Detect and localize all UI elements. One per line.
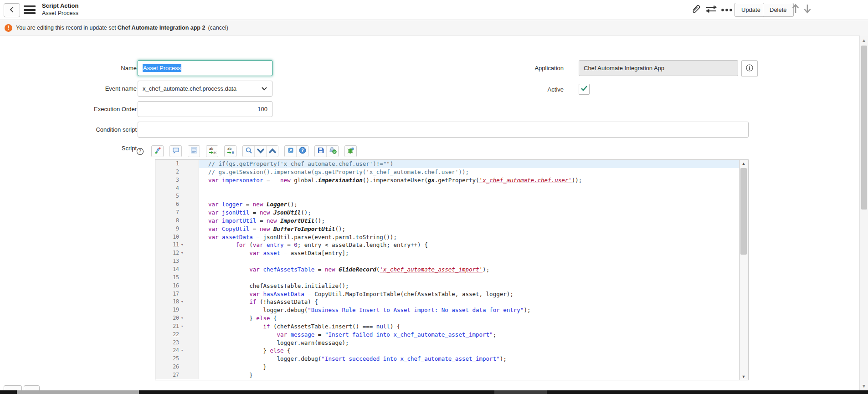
- gutter-cell[interactable]: 18▾: [155, 298, 199, 306]
- gutter-cell[interactable]: 21▾: [155, 322, 199, 331]
- code-text[interactable]: logger.debug("Business Rule Insert to As…: [199, 306, 739, 314]
- code-text[interactable]: var logger = new Logger();: [199, 200, 739, 209]
- code-text[interactable]: for (var entry = 0; entry < assetData.le…: [199, 241, 739, 249]
- gutter-cell[interactable]: 24▾: [155, 347, 199, 355]
- code-text[interactable]: } else {: [199, 347, 739, 355]
- application-info-button[interactable]: [741, 60, 758, 77]
- editor-scrollbar[interactable]: ▲ ▼: [740, 159, 749, 380]
- code-line[interactable]: 10var assetData = jsonUtil.parse(event.p…: [155, 233, 739, 241]
- script-code-editor[interactable]: 1// if(gs.getProperty('x_chef_automate.c…: [155, 159, 740, 380]
- debug-button[interactable]: [345, 146, 356, 157]
- code-text[interactable]: if (!hasAssetData) {: [199, 298, 739, 306]
- code-line[interactable]: 3var impersonator = new global.impersina…: [155, 176, 739, 184]
- condition-script-input[interactable]: [138, 122, 749, 138]
- code-text[interactable]: var assetData = jsonUtil.parse(event.par…: [199, 233, 739, 241]
- horizontal-scrollbar[interactable]: [0, 390, 868, 394]
- code-line[interactable]: 14 var chefAssetsTable = new GlideRecord…: [155, 266, 739, 274]
- editor-scrollbar-thumb[interactable]: [740, 168, 747, 255]
- code-text[interactable]: var hasAssetData = CopyUtil.MapToImportT…: [199, 290, 739, 298]
- code-text[interactable]: // gs.getSession().impersonate(gs.getPro…: [199, 168, 739, 176]
- event-name-select[interactable]: x_chef_automate.chef.process.data: [138, 81, 272, 97]
- code-text[interactable]: var message = "Insert failed into x_chef…: [199, 331, 739, 339]
- code-line[interactable]: 11▾ for (var entry = 0; entry < assetDat…: [155, 241, 739, 249]
- gutter-cell[interactable]: 26: [155, 363, 199, 371]
- code-text[interactable]: chefAssetsTable.initialize();: [199, 282, 739, 290]
- open-window-button[interactable]: [285, 146, 297, 157]
- gutter-cell[interactable]: 5: [155, 192, 199, 200]
- format-code-button[interactable]: [188, 146, 200, 157]
- code-text[interactable]: // if(gs.getProperty('x_chef_automate.ch…: [199, 160, 739, 168]
- code-text[interactable]: [199, 184, 739, 193]
- gutter-cell[interactable]: 27: [155, 371, 199, 379]
- code-line[interactable]: 25 logger.debug("Insert succeeded into x…: [155, 355, 739, 363]
- find-next-button[interactable]: [255, 146, 267, 157]
- code-line[interactable]: 8var importUtil = new ImportUtil();: [155, 217, 739, 225]
- gutter-cell[interactable]: 25: [155, 355, 199, 363]
- code-line[interactable]: 13: [155, 257, 739, 266]
- code-text[interactable]: [199, 257, 739, 266]
- name-input[interactable]: Asset Process: [138, 60, 272, 76]
- gutter-cell[interactable]: 3: [155, 176, 199, 184]
- code-text[interactable]: [199, 192, 739, 200]
- code-text[interactable]: logger.warn(message);: [199, 339, 739, 347]
- gutter-cell[interactable]: 10: [155, 233, 199, 241]
- code-text[interactable]: var impersonator = new global.impersinat…: [199, 176, 739, 184]
- menu-button[interactable]: [24, 5, 36, 14]
- code-line[interactable]: 17 var hasAssetData = CopyUtil.MapToImpo…: [155, 290, 739, 298]
- code-text[interactable]: }: [199, 371, 739, 379]
- syntax-check-button[interactable]: [327, 146, 338, 157]
- active-checkbox[interactable]: [579, 84, 590, 95]
- code-line[interactable]: 16 chefAssetsTable.initialize();: [155, 282, 739, 290]
- gutter-cell[interactable]: 4: [155, 184, 199, 193]
- page-scrollbar[interactable]: ▲ ▼: [859, 36, 868, 390]
- code-text[interactable]: var jsonUtil = new JsonUtil();: [199, 209, 739, 217]
- code-line[interactable]: 1// if(gs.getProperty('x_chef_automate.c…: [155, 160, 739, 168]
- code-text[interactable]: } else {: [199, 314, 739, 322]
- code-line[interactable]: 6var logger = new Logger();: [155, 200, 739, 209]
- replace-button[interactable]: abac: [206, 146, 218, 157]
- gutter-cell[interactable]: 7: [155, 209, 199, 217]
- code-line[interactable]: 9var CopyUtil = new BufferToImportUtil()…: [155, 225, 739, 233]
- editor-scroll-up-icon[interactable]: ▲: [740, 160, 748, 167]
- code-text[interactable]: var asset = assetData[entry];: [199, 249, 739, 257]
- help-icon[interactable]: ?: [135, 146, 145, 156]
- find-previous-button[interactable]: [267, 146, 278, 157]
- attachments-button[interactable]: [689, 4, 703, 16]
- code-line[interactable]: 26 }: [155, 363, 739, 371]
- code-line[interactable]: 19 logger.debug("Business Rule Insert to…: [155, 306, 739, 314]
- gutter-cell[interactable]: 12▾: [155, 249, 199, 257]
- gutter-cell[interactable]: 20▾: [155, 314, 199, 322]
- code-line[interactable]: 2// gs.getSession().impersonate(gs.getPr…: [155, 168, 739, 176]
- gutter-cell[interactable]: 2: [155, 168, 199, 176]
- gutter-cell[interactable]: 14: [155, 266, 199, 274]
- back-button[interactable]: [4, 3, 20, 17]
- comment-button[interactable]: [170, 146, 181, 157]
- code-text[interactable]: var chefAssetsTable = new GlideRecord('x…: [199, 266, 739, 274]
- code-line[interactable]: 23 logger.warn(message);: [155, 339, 739, 347]
- code-text[interactable]: }: [199, 363, 739, 371]
- more-options-button[interactable]: [720, 4, 734, 16]
- delete-button[interactable]: Delete: [763, 3, 794, 17]
- code-line[interactable]: 24▾ } else {: [155, 347, 739, 355]
- execution-order-input[interactable]: 100: [138, 101, 272, 117]
- gutter-cell[interactable]: 8: [155, 217, 199, 225]
- code-line[interactable]: 7var jsonUtil = new JsonUtil();: [155, 209, 739, 217]
- code-line[interactable]: 12▾ var asset = assetData[entry];: [155, 249, 739, 257]
- code-line[interactable]: 27 }: [155, 371, 739, 379]
- gutter-cell[interactable]: 17: [155, 290, 199, 298]
- gutter-cell[interactable]: 9: [155, 225, 199, 233]
- search-button[interactable]: [243, 146, 255, 157]
- code-text[interactable]: var CopyUtil = new BufferToImportUtil();: [199, 225, 739, 233]
- code-text[interactable]: [199, 274, 739, 282]
- code-line[interactable]: 20▾ } else {: [155, 314, 739, 322]
- page-scroll-down-icon[interactable]: ▼: [860, 382, 868, 389]
- gutter-cell[interactable]: 23: [155, 339, 199, 347]
- gutter-cell[interactable]: 1: [155, 160, 199, 168]
- page-scroll-up-icon[interactable]: ▲: [860, 36, 868, 44]
- gutter-cell[interactable]: 13: [155, 257, 199, 266]
- gutter-cell[interactable]: 16: [155, 282, 199, 290]
- code-text[interactable]: logger.debug("Insert succeeded into x_ch…: [199, 355, 739, 363]
- code-line[interactable]: 15: [155, 274, 739, 282]
- save-button[interactable]: [315, 146, 327, 157]
- code-line[interactable]: 18▾ if (!hasAssetData) {: [155, 298, 739, 306]
